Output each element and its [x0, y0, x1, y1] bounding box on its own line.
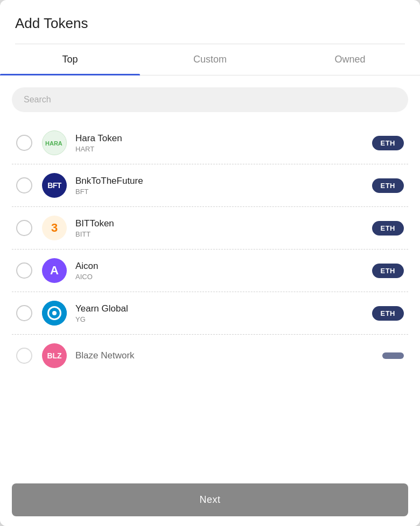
list-item[interactable]: 3 BITToken BITT ETH — [12, 207, 408, 250]
token-info-yg: Yearn Global YG — [75, 303, 372, 323]
token-icon-bitt: 3 — [42, 216, 67, 240]
tab-owned[interactable]: Owned — [280, 44, 420, 75]
list-item[interactable]: HARA Hara Token HART ETH — [12, 122, 408, 164]
token-icon-aico: A — [42, 258, 67, 283]
token-icon-blaze: BLZ — [42, 343, 67, 368]
radio-hart[interactable] — [16, 135, 32, 151]
token-symbol-bft: BFT — [75, 188, 372, 196]
token-name-yg: Yearn Global — [75, 303, 372, 314]
add-tokens-modal: Add Tokens Top Custom Owned HARA — [0, 0, 420, 526]
radio-bitt[interactable] — [16, 220, 32, 236]
token-info-hart: Hara Token HART — [75, 133, 372, 153]
tab-top[interactable]: Top — [0, 44, 140, 75]
token-name-hart: Hara Token — [75, 133, 372, 144]
token-badge-hart: ETH — [372, 136, 404, 150]
token-list: HARA Hara Token HART ETH BFT BnkToTheFut… — [12, 122, 408, 377]
token-name-bft: BnkToTheFuture — [75, 176, 372, 186]
token-info-bft: BnkToTheFuture BFT — [75, 176, 372, 196]
bitt-icon-text: 3 — [51, 221, 58, 235]
token-info-bitt: BITToken BITT — [75, 218, 372, 238]
modal-footer: Next — [0, 474, 420, 526]
token-name-bitt: BITToken — [75, 218, 372, 229]
svg-text:HARA: HARA — [45, 140, 62, 147]
yearn-inner-circle — [47, 306, 61, 320]
token-name-blaze: Blaze Network — [75, 350, 382, 361]
modal-title: Add Tokens — [15, 15, 405, 32]
yearn-dot — [52, 311, 57, 315]
hart-logo-svg: HARA — [43, 137, 66, 149]
token-badge-bitt: ETH — [372, 221, 404, 236]
token-badge-blaze — [382, 352, 404, 359]
modal-body: HARA Hara Token HART ETH BFT BnkToTheFut… — [0, 75, 420, 474]
token-badge-yg: ETH — [372, 306, 404, 321]
search-container — [12, 87, 408, 112]
token-info-blaze: Blaze Network — [75, 350, 382, 361]
radio-yg[interactable] — [16, 305, 32, 321]
token-symbol-bitt: BITT — [75, 230, 372, 238]
token-symbol-hart: HART — [75, 145, 372, 153]
token-symbol-yg: YG — [75, 315, 372, 323]
list-item[interactable]: BLZ Blaze Network — [12, 335, 408, 377]
next-button[interactable]: Next — [12, 483, 408, 516]
list-item[interactable]: BFT BnkToTheFuture BFT ETH — [12, 164, 408, 207]
search-input[interactable] — [12, 87, 408, 112]
token-icon-bft: BFT — [42, 173, 67, 198]
radio-bft[interactable] — [16, 177, 32, 193]
list-item[interactable]: Yearn Global YG ETH — [12, 292, 408, 335]
tab-custom[interactable]: Custom — [140, 44, 280, 75]
tab-bar: Top Custom Owned — [0, 44, 420, 75]
bft-icon-text: BFT — [47, 181, 61, 190]
token-symbol-aico: AICO — [75, 273, 372, 281]
radio-aico[interactable] — [16, 262, 32, 279]
token-icon-hart: HARA — [42, 130, 67, 155]
token-icon-yg — [42, 301, 67, 326]
token-info-aico: Aicon AICO — [75, 261, 372, 281]
token-name-aico: Aicon — [75, 261, 372, 272]
aicon-icon-text: A — [50, 264, 59, 278]
token-badge-aico: ETH — [372, 264, 404, 278]
yearn-icon-circle — [42, 301, 67, 326]
modal-header: Add Tokens — [0, 0, 420, 44]
token-badge-bft: ETH — [372, 178, 404, 193]
radio-blaze[interactable] — [16, 348, 32, 364]
list-item[interactable]: A Aicon AICO ETH — [12, 250, 408, 292]
